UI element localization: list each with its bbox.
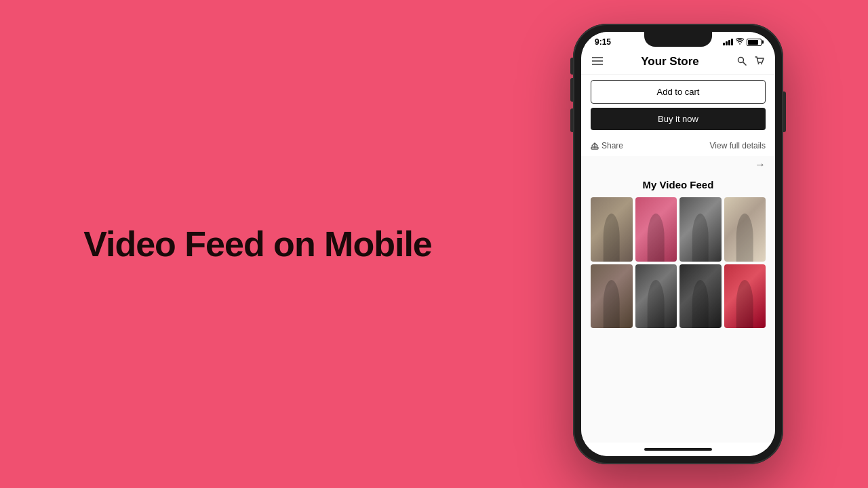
phone-vol-down-button [570,108,573,132]
nav-bar: Your Store [581,49,775,75]
action-buttons: Add to cart Buy it now [581,75,775,136]
phone-frame: 9:15 [573,24,783,464]
store-name: Your Store [641,55,699,68]
signal-icon [723,39,733,45]
phone-notch [644,32,712,47]
next-arrow-icon[interactable]: → [755,159,766,171]
video-thumbnail[interactable] [591,197,633,262]
main-title: Video Feed on Mobile [83,223,432,265]
share-label: Share [601,141,623,150]
menu-icon[interactable] [592,56,603,68]
share-button[interactable]: Share [591,141,623,150]
search-icon[interactable] [737,56,747,68]
video-feed-section[interactable]: My Video Feed [581,174,775,443]
phone-screen: 9:15 [581,32,775,456]
video-thumbnail[interactable] [591,264,633,329]
add-to-cart-button[interactable]: Add to cart [591,80,766,104]
right-section: 9:15 [515,24,868,464]
phone-mute-button [570,58,573,75]
view-full-details-link[interactable]: View full details [710,141,766,150]
video-thumbnail[interactable] [635,264,677,329]
phone-vol-up-button [570,78,573,102]
video-thumbnail[interactable] [724,197,766,262]
phone-power-button [783,92,786,132]
cart-icon[interactable] [755,56,764,68]
video-thumbnail[interactable] [679,264,722,329]
home-indicator [581,443,775,456]
wifi-icon [736,38,744,46]
home-bar [644,448,712,451]
share-row: Share View full details [581,136,775,156]
status-time: 9:15 [595,37,611,47]
buy-now-button[interactable]: Buy it now [591,108,766,130]
battery-icon [747,39,762,46]
svg-line-5 [743,62,746,65]
status-icons [723,38,762,46]
svg-point-0 [739,43,741,45]
video-feed-title: My Video Feed [591,179,766,190]
video-thumbnail[interactable] [724,264,766,329]
nav-action-icons [737,56,764,68]
video-thumbnail[interactable] [635,197,677,262]
video-grid [591,197,766,328]
svg-point-7 [761,63,762,64]
video-thumbnail[interactable] [679,197,722,262]
svg-point-6 [757,63,759,64]
arrow-row: → [581,156,775,174]
left-section: Video Feed on Mobile [0,196,515,292]
